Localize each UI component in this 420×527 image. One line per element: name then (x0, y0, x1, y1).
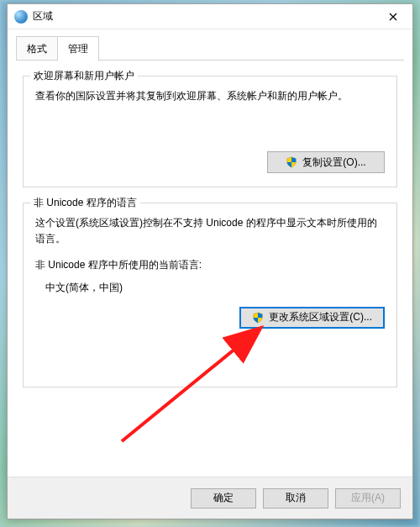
uac-shield-icon (252, 312, 264, 324)
tab-format[interactable]: 格式 (16, 36, 58, 61)
nonunicode-group-legend: 非 Unicode 程序的语言 (30, 196, 140, 210)
tab-admin[interactable]: 管理 (57, 36, 99, 61)
welcome-group-legend: 欢迎屏幕和新用户帐户 (30, 69, 138, 83)
change-system-locale-button[interactable]: 更改系统区域设置(C)... (239, 307, 385, 329)
nonunicode-group-desc: 这个设置(系统区域设置)控制在不支持 Unicode 的程序中显示文本时所使用的… (35, 215, 385, 247)
close-icon (389, 13, 397, 21)
nonunicode-group: 非 Unicode 程序的语言 这个设置(系统区域设置)控制在不支持 Unico… (23, 203, 397, 387)
welcome-group-desc: 查看你的国际设置并将其复制到欢迎屏幕、系统帐户和新的用户帐户。 (35, 88, 385, 104)
change-system-locale-label: 更改系统区域设置(C)... (269, 310, 372, 324)
current-language-label: 非 Unicode 程序中所使用的当前语言: (35, 258, 385, 272)
window-title: 区域 (33, 9, 374, 24)
current-language-value: 中文(简体，中国) (45, 281, 385, 295)
dialog-footer: 确定 取消 应用(A) (8, 477, 412, 519)
cancel-button[interactable]: 取消 (263, 488, 328, 509)
welcome-button-row: 复制设置(O)... (35, 151, 385, 173)
tab-content: 欢迎屏幕和新用户帐户 查看你的国际设置并将其复制到欢迎屏幕、系统帐户和新的用户帐… (8, 61, 412, 477)
copy-settings-button[interactable]: 复制设置(O)... (267, 151, 385, 173)
copy-settings-label: 复制设置(O)... (302, 155, 365, 170)
welcome-group: 欢迎屏幕和新用户帐户 查看你的国际设置并将其复制到欢迎屏幕、系统帐户和新的用户帐… (23, 76, 397, 187)
ok-button[interactable]: 确定 (191, 488, 256, 509)
tab-row: 格式 管理 (8, 29, 412, 61)
region-dialog: 区域 格式 管理 欢迎屏幕和新用户帐户 查看你的国际设置并将其复制到欢迎屏幕、系… (7, 3, 413, 519)
nonunicode-button-row: 更改系统区域设置(C)... (35, 307, 385, 329)
apply-button: 应用(A) (335, 488, 401, 509)
uac-shield-icon (286, 156, 297, 168)
close-button[interactable] (374, 4, 412, 29)
globe-icon (14, 10, 28, 24)
titlebar: 区域 (8, 4, 412, 29)
